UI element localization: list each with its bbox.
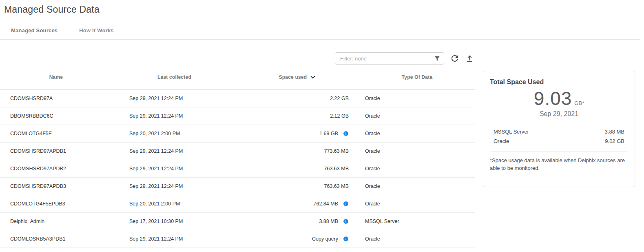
- table-row[interactable]: CDOMSHSRD97A Sep 29, 2021 12:24 PM 2.22 …: [0, 90, 475, 107]
- cell-space-used: 2.12 GB: [237, 113, 359, 119]
- breakdown-value: 3.88 MB: [605, 129, 624, 135]
- cell-last-collected: Sep 20, 2021 2:00 PM: [112, 131, 237, 136]
- space-used-value[interactable]: 773.63 MB: [324, 148, 349, 154]
- column-header-type-of-data[interactable]: Type Of Data: [359, 74, 475, 80]
- space-used-value[interactable]: 762.84 MB: [314, 201, 338, 207]
- cell-last-collected: Sep 29, 2021 12:24 PM: [112, 183, 237, 189]
- table-row[interactable]: CDOMLOTG4F5E Sep 20, 2021 2:00 PM 1.69 G…: [0, 125, 475, 143]
- cell-space-used: 3.88 MB: [237, 219, 359, 224]
- table-toolbar: [0, 52, 475, 65]
- cell-name: Delphix_Admin: [0, 219, 112, 224]
- panel-title: Total Space Used: [490, 78, 628, 86]
- cell-type-of-data: Oracle: [359, 183, 475, 189]
- table-row[interactable]: DBOMSRBBDC6C Sep 29, 2021 12:24 PM 2.12 …: [0, 107, 475, 125]
- cell-last-collected: Sep 29, 2021 12:24 PM: [112, 148, 237, 154]
- upload-icon: [465, 58, 474, 64]
- cell-type-of-data: MSSQL Server: [359, 219, 475, 224]
- cell-last-collected: Sep 29, 2021 12:24 PM: [112, 236, 237, 242]
- total-space-number: 9.03: [534, 88, 572, 109]
- table-header-row: Name Last collected Space used Type Of D…: [0, 65, 475, 90]
- column-header-name[interactable]: Name: [0, 74, 112, 80]
- table-row[interactable]: CDOMLOTG4F5EPDB3 Sep 20, 2021 2:00 PM 76…: [0, 195, 475, 213]
- cell-name: DBOMSRBBDC6C: [0, 113, 112, 119]
- space-used-value[interactable]: 1.69 GB: [319, 131, 338, 136]
- total-space-used-panel: Total Space Used 9.03GB* Sep 29, 2021 MS…: [483, 71, 635, 187]
- panel-divider: [491, 123, 627, 123]
- cell-name: CDOMSHSRD97APDB3: [0, 183, 112, 189]
- table-body: CDOMSHSRD97A Sep 29, 2021 12:24 PM 2.22 …: [0, 90, 475, 248]
- info-icon[interactable]: [343, 201, 349, 207]
- cell-space-used: 773.63 MB: [237, 148, 359, 154]
- page-title: Managed Source Data: [4, 4, 644, 15]
- cell-type-of-data: Oracle: [359, 131, 475, 136]
- breakdown-label: MSSQL Server: [494, 129, 529, 135]
- tab-bar: Managed Sources How It Works: [11, 27, 644, 39]
- managed-sources-table-area: Name Last collected Space used Type Of D…: [0, 40, 475, 248]
- space-used-value[interactable]: 763.63 MB: [324, 166, 349, 172]
- column-header-space-used-label: Space used: [279, 74, 307, 80]
- table-row[interactable]: CDOMLOSRB5A3PDB1 Sep 29, 2021 12:24 PM C…: [0, 230, 475, 248]
- space-used-value[interactable]: 2.12 GB: [330, 113, 349, 119]
- column-header-space-used[interactable]: Space used: [237, 74, 359, 81]
- cell-type-of-data: Oracle: [359, 201, 475, 207]
- breakdown-row: MSSQL Server 3.88 MB: [490, 127, 628, 136]
- space-used-value[interactable]: 763.63 MB: [324, 183, 349, 189]
- cell-type-of-data: Oracle: [359, 166, 475, 172]
- space-used-value[interactable]: 3.88 MB: [319, 219, 338, 224]
- filter-input[interactable]: [335, 52, 444, 65]
- total-space-value: 9.03GB*: [490, 87, 628, 109]
- info-icon[interactable]: [343, 219, 349, 224]
- column-header-last-collected[interactable]: Last collected: [112, 74, 237, 80]
- cell-last-collected: Sep 29, 2021 12:24 PM: [112, 96, 237, 101]
- cell-last-collected: Sep 29, 2021 12:24 PM: [112, 113, 237, 119]
- cell-space-used: 762.84 MB: [237, 201, 359, 207]
- breakdown-label: Oracle: [494, 138, 509, 144]
- space-used-value[interactable]: 2.22 GB: [330, 96, 349, 101]
- filter-funnel-icon[interactable]: [434, 55, 440, 62]
- cell-last-collected: Sep 20, 2021 2:00 PM: [112, 201, 237, 207]
- total-space-unit: GB*: [574, 100, 584, 106]
- info-icon[interactable]: [343, 236, 349, 242]
- tab-how-it-works[interactable]: How It Works: [79, 27, 114, 33]
- refresh-button[interactable]: [450, 54, 460, 63]
- space-breakdown-list: MSSQL Server 3.88 MB Oracle 9.02 GB: [490, 127, 628, 146]
- table-row[interactable]: CDOMSHSRD97APDB3 Sep 29, 2021 12:24 PM 7…: [0, 178, 475, 195]
- cell-space-used: 763.63 MB: [237, 166, 359, 172]
- panel-footnote: *Space usage data is available when Delp…: [490, 157, 625, 172]
- main-content: Name Last collected Space used Type Of D…: [0, 40, 644, 248]
- refresh-icon: [450, 58, 460, 65]
- filter-box: [335, 52, 444, 65]
- cell-space-used: 2.22 GB: [237, 96, 359, 101]
- total-space-date: Sep 29, 2021: [490, 110, 628, 118]
- cell-type-of-data: Oracle: [359, 96, 475, 101]
- export-button[interactable]: [465, 54, 474, 63]
- cell-type-of-data: Oracle: [359, 148, 475, 154]
- cell-last-collected: Sep 29, 2021 12:24 PM: [112, 166, 237, 172]
- cell-name: CDOMLOSRB5A3PDB1: [0, 236, 112, 242]
- cell-name: CDOMSHSRD97A: [0, 96, 112, 101]
- info-icon[interactable]: [343, 131, 349, 136]
- panel-divider: [491, 151, 627, 152]
- chevron-down-icon[interactable]: [309, 74, 316, 81]
- table-row[interactable]: Delphix_Admin Sep 17, 2021 10:30 PM 3.88…: [0, 213, 475, 230]
- cell-space-used: 763.63 MB: [237, 183, 359, 189]
- cell-name: CDOMLOTG4F5E: [0, 131, 112, 136]
- cell-name: CDOMLOTG4F5EPDB3: [0, 201, 112, 207]
- cell-type-of-data: Oracle: [359, 113, 475, 119]
- breakdown-row: Oracle 9.02 GB: [490, 136, 628, 146]
- table-row[interactable]: CDOMSHSRD97APDB1 Sep 29, 2021 12:24 PM 7…: [0, 143, 475, 160]
- tab-managed-sources[interactable]: Managed Sources: [11, 27, 58, 33]
- cell-name: CDOMSHSRD97APDB2: [0, 166, 112, 172]
- cell-space-used: Copy query: [237, 236, 359, 242]
- cell-type-of-data: Oracle: [359, 236, 475, 242]
- cell-space-used: 1.69 GB: [237, 131, 359, 136]
- breakdown-value: 9.02 GB: [605, 138, 624, 144]
- table-row[interactable]: CDOMSHSRD97APDB2 Sep 29, 2021 12:24 PM 7…: [0, 160, 475, 178]
- cell-name: CDOMSHSRD97APDB1: [0, 148, 112, 154]
- cell-last-collected: Sep 17, 2021 10:30 PM: [112, 219, 237, 224]
- space-used-value[interactable]: Copy query: [312, 236, 338, 242]
